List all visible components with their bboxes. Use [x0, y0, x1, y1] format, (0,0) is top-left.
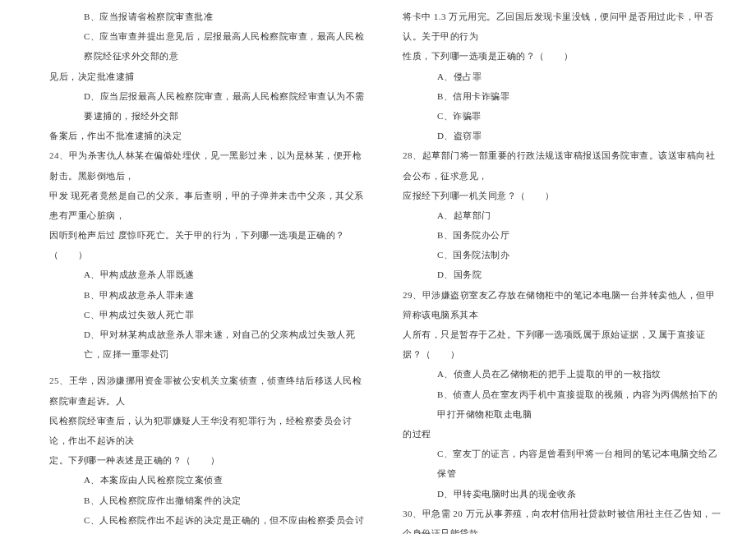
q28-b: B、国务院办公厅	[403, 225, 723, 245]
q25-c: C、人民检察院作出不起诉的决定是正确的，但不应由检察委员会讨论决定	[49, 510, 370, 534]
q24-c: C、甲构成过失致人死亡罪	[49, 305, 370, 325]
q29-line1: 29、甲涉嫌盗窃室友乙存放在储物柜中的笔记本电脑一台并转卖他人，但甲辩称该电脑系…	[403, 285, 723, 325]
q28-d: D、国务院	[403, 265, 723, 284]
q24-b: B、甲构成故意杀人罪未遂	[49, 285, 370, 305]
q27-cont1: 将卡中 1.3 万元用完。乙回国后发现卡里没钱，便问甲是否用过此卡，甲否认。关于…	[403, 7, 723, 46]
q27-cont2: 性质，下列哪一选项是正确的？（ ）	[403, 46, 723, 66]
q24-line2: 甲发 现死者竟然是自己的父亲。事后查明，甲的子弹并未击中父亲，其父系患有严重心脏…	[49, 186, 370, 225]
q28-a: A、起草部门	[403, 205, 723, 225]
q29-b: B、侦查人员在室友丙手机中直接提取的视频，内容为丙偶然拍下的甲打开储物柜取走电脑	[403, 384, 723, 424]
q27-d: D、盗窃罪	[403, 126, 723, 145]
q25-line3: 定。下列哪一种表述是正确的？（ ）	[49, 450, 370, 470]
spacing	[49, 364, 370, 371]
q27-b: B、信用卡诈骗罪	[403, 86, 723, 106]
q25-line1: 25、王华，因涉嫌挪用资金罪被公安机关立案侦查，侦查终结后移送人民检察院审查起诉…	[49, 371, 370, 410]
option-b: B、应当报请省检察院审查批准	[49, 7, 370, 26]
q29-c: C、室友丁的证言，内容是曾看到甲将一台相同的笔记本电脑交给乙保管	[403, 444, 723, 483]
q25-line2: 民检察院经审查后，认为犯罪嫌疑人王华没有犯罪行为，经检察委员会讨论，作出不起诉的…	[49, 411, 370, 450]
q28-line2: 应报经下列哪一机关同意？（ ）	[403, 186, 723, 205]
q24-a: A、甲构成故意杀人罪既遂	[49, 265, 370, 284]
q29-d: D、甲转卖电脑时出具的现金收条	[403, 484, 723, 504]
q29-b-cont: 的过程	[403, 424, 723, 444]
option-c: C、应当审查并提出意见后，层报最高人民检察院审查，最高人民检察院经征求外交部的意	[49, 26, 370, 66]
q28-line1: 28、起草部门将一部重要的行政法规送审稿报送国务院审查。该送审稿向社会公布，征求…	[403, 145, 723, 185]
q27-c: C、诈骗罪	[403, 106, 723, 126]
q28-c: C、国务院法制办	[403, 245, 723, 265]
q29-a: A、侦查人员在乙储物柜的把手上提取的甲的一枚指纹	[403, 364, 723, 384]
q27-a: A、侵占罪	[403, 67, 723, 86]
right-column: 将卡中 1.3 万元用完。乙回国后发现卡里没钱，便问甲是否用过此卡，甲否认。关于…	[403, 7, 723, 534]
option-c-cont: 见后，决定批准逮捕	[49, 67, 370, 86]
q25-b: B、人民检察院应作出撤销案件的决定	[49, 490, 370, 510]
option-d: D、应当层报最高人民检察院审查，最高人民检察院经审查认为不需要逮捕的，报经外交部	[49, 86, 370, 126]
option-d-cont: 备案后，作出不批准逮捕的决定	[49, 126, 370, 145]
q24-d: D、甲对林某构成故意杀人罪未遂，对自己的父亲构成过失致人死亡，应择一重罪处罚	[49, 325, 370, 364]
q29-line2: 人所有，只是暂存于乙处。下列哪一选项既属于原始证据，又属于直接证据？（ ）	[403, 325, 723, 364]
page-body: B、应当报请省检察院审查批准 C、应当审查并提出意见后，层报最高人民检察院审查，…	[0, 0, 756, 534]
q24-line1: 24、甲为杀害仇人林某在偏僻处埋伏，见一黑影过来，以为是林某，便开枪射击。黑影倒…	[49, 145, 370, 185]
q30-line1: 30、甲急需 20 万元从事养殖，向农村信用社贷款时被信用社主任乙告知，一个身份…	[403, 504, 723, 534]
q24-line3: 因听到枪声后过 度惊吓死亡。关于甲的行为，下列哪一选项是正确的？（ ）	[49, 225, 370, 265]
left-column: B、应当报请省检察院审查批准 C、应当审查并提出意见后，层报最高人民检察院审查，…	[49, 7, 370, 534]
q25-a: A、本案应由人民检察院立案侦查	[49, 470, 370, 490]
